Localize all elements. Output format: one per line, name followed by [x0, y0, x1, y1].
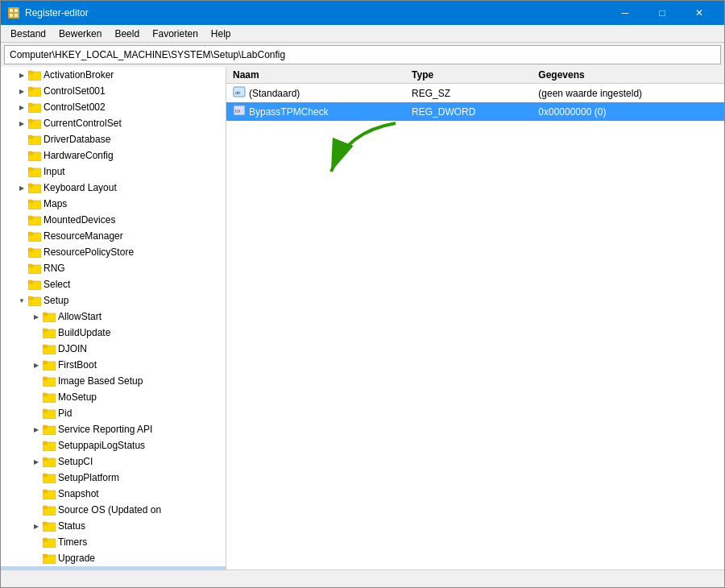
tree-item-driverdatabase[interactable]: DriverDatabase	[1, 131, 226, 147]
svg-text:ab: ab	[235, 89, 241, 96]
tree-item-djoin[interactable]: DJOIN	[1, 341, 226, 357]
tree-item-setupapilogstatus[interactable]: SetuppapiLogStatus	[1, 437, 226, 453]
tree-item-snapshot[interactable]: Snapshot	[1, 486, 226, 502]
folder-icon-timers	[43, 536, 56, 548]
expand-btn-resourcepolicystore[interactable]	[15, 246, 28, 259]
svg-rect-7	[28, 71, 32, 73]
menu-beeld[interactable]: Beeld	[108, 27, 146, 41]
tree-item-hardwareconfig[interactable]: HardwareConfig	[1, 147, 226, 164]
folder-icon-setupci	[43, 456, 56, 467]
tree-item-mosetup[interactable]: MoSetup	[1, 389, 226, 405]
tree-item-controlset001[interactable]: ▶ ControlSet001	[1, 83, 226, 99]
expand-btn-mosetup[interactable]	[30, 391, 43, 404]
tree-item-timers[interactable]: Timers	[1, 534, 226, 550]
tree-item-service-reporting[interactable]: ▶ Service Reporting API	[1, 421, 226, 437]
expand-btn-setupci[interactable]: ▶	[30, 455, 43, 468]
minimize-button[interactable]: ─	[607, 1, 644, 25]
tree-item-status[interactable]: ▶ Status	[1, 518, 226, 534]
tree-item-select[interactable]: Select	[1, 276, 226, 292]
expand-btn-controlset001[interactable]: ▶	[15, 85, 28, 97]
tree-item-pid[interactable]: Pid	[1, 405, 226, 421]
tree-item-input[interactable]: Input	[1, 164, 226, 180]
expand-btn-select[interactable]	[15, 278, 28, 291]
svg-rect-82	[43, 474, 47, 476]
expand-btn-resourcemanager[interactable]	[15, 230, 28, 242]
svg-rect-1	[10, 9, 13, 12]
svg-text:10: 10	[234, 108, 241, 114]
svg-rect-70	[43, 409, 47, 412]
regedit-window: Register-editor ─ □ ✕ Bestand Bewerken B…	[0, 0, 725, 588]
svg-rect-10	[28, 87, 32, 89]
expand-btn-keyboard-layout[interactable]: ▶	[15, 181, 28, 194]
tree-item-resourcemanager[interactable]: ResourceManager	[1, 228, 226, 244]
svg-rect-37	[28, 232, 32, 234]
tree-item-source-os[interactable]: Source OS (Updated on	[1, 502, 226, 518]
svg-rect-64	[43, 377, 47, 379]
expand-btn-activation-broker[interactable]: ▶	[15, 68, 28, 81]
maximize-button[interactable]: □	[644, 1, 681, 25]
expand-btn-controlset002[interactable]: ▶	[15, 101, 28, 114]
expand-btn-buildupdate[interactable]	[30, 326, 43, 339]
menu-bestand[interactable]: Bestand	[4, 27, 52, 41]
table-row-standaard[interactable]: ab (Standaard)REG_SZ(geen waarde ingeste…	[226, 84, 724, 103]
tree-item-controlset002[interactable]: ▶ ControlSet002	[1, 99, 226, 115]
expand-btn-timers[interactable]	[30, 536, 43, 549]
tree-pane[interactable]: ▶ ActivationBroker▶ ControlSet001▶ Contr…	[1, 67, 226, 569]
expand-btn-allowstart[interactable]: ▶	[30, 310, 43, 323]
expand-btn-setup[interactable]: ▼	[15, 294, 28, 307]
expand-btn-setupapilogstatus[interactable]	[30, 439, 43, 452]
tree-item-mounteddevices[interactable]: MountedDevices	[1, 212, 226, 228]
expand-btn-service-reporting[interactable]: ▶	[30, 423, 43, 436]
folder-icon-source-os	[43, 504, 56, 516]
tree-item-currentcontrolset[interactable]: ▶ CurrentControlSet	[1, 115, 226, 131]
tree-item-activation-broker[interactable]: ▶ ActivationBroker	[1, 67, 226, 83]
tree-item-maps[interactable]: Maps	[1, 196, 226, 212]
tree-label-setupci: SetupCI	[58, 456, 93, 467]
address-bar[interactable]: Computer\HKEY_LOCAL_MACHINE\SYSTEM\Setup…	[4, 45, 721, 64]
expand-btn-setupplatform[interactable]	[30, 471, 43, 484]
tree-item-upgrade[interactable]: Upgrade	[1, 550, 226, 566]
menu-bewerken[interactable]: Bewerken	[52, 27, 108, 41]
tree-label-select: Select	[44, 279, 70, 290]
svg-rect-34	[28, 216, 32, 218]
expand-btn-upgrade[interactable]	[30, 552, 43, 565]
expand-btn-rng[interactable]	[15, 262, 28, 275]
folder-icon-resourcemanager	[28, 230, 41, 242]
expand-btn-status[interactable]: ▶	[30, 520, 43, 532]
table-row-bypass-tpm-check[interactable]: 10 BypassTPMCheckREG_DWORD0x00000000 (0)	[226, 102, 724, 121]
expand-btn-maps[interactable]	[15, 197, 28, 210]
tree-item-rng[interactable]: RNG	[1, 260, 226, 276]
tree-item-image-based-setup[interactable]: Image Based Setup	[1, 373, 226, 389]
svg-rect-97	[43, 554, 47, 557]
menu-favorieten[interactable]: Favorieten	[146, 27, 205, 41]
expand-btn-image-based-setup[interactable]	[30, 375, 43, 387]
expand-btn-firstboot[interactable]: ▶	[30, 358, 43, 371]
tree-label-upgrade: Upgrade	[58, 553, 95, 564]
status-bar	[1, 569, 724, 587]
expand-btn-djoin[interactable]	[30, 342, 43, 355]
close-button[interactable]: ✕	[681, 1, 718, 25]
expand-btn-driverdatabase[interactable]	[15, 133, 28, 146]
expand-btn-currentcontrolset[interactable]: ▶	[15, 117, 28, 130]
expand-btn-pid[interactable]	[30, 407, 43, 420]
menu-help[interactable]: Help	[205, 27, 238, 41]
svg-rect-91	[43, 522, 47, 524]
expand-btn-hardwareconfig[interactable]	[15, 149, 28, 162]
tree-item-setup[interactable]: ▼ Setup	[1, 292, 226, 308]
tree-label-allowstart: AllowStart	[58, 311, 102, 322]
tree-item-keyboard-layout[interactable]: ▶ Keyboard Layout	[1, 180, 226, 196]
expand-btn-input[interactable]	[15, 165, 28, 178]
svg-rect-73	[43, 425, 47, 428]
tree-item-setupci[interactable]: ▶ SetupCI	[1, 453, 226, 470]
expand-btn-mounteddevices[interactable]	[15, 213, 28, 226]
svg-rect-2	[14, 9, 18, 12]
tree-item-firstboot[interactable]: ▶ FirstBoot	[1, 357, 226, 373]
expand-btn-source-os[interactable]	[30, 503, 43, 516]
tree-item-allowstart[interactable]: ▶ AllowStart	[1, 308, 226, 325]
expand-btn-snapshot[interactable]	[30, 487, 43, 500]
address-path: Computer\HKEY_LOCAL_MACHINE\SYSTEM\Setup…	[10, 49, 285, 60]
tree-item-buildupdate[interactable]: BuildUpdate	[1, 325, 226, 341]
tree-item-setupplatform[interactable]: SetupPlatform	[1, 470, 226, 486]
tree-item-resourcepolicystore[interactable]: ResourcePolicyStore	[1, 244, 226, 260]
folder-icon-resourcepolicystore	[28, 246, 41, 258]
